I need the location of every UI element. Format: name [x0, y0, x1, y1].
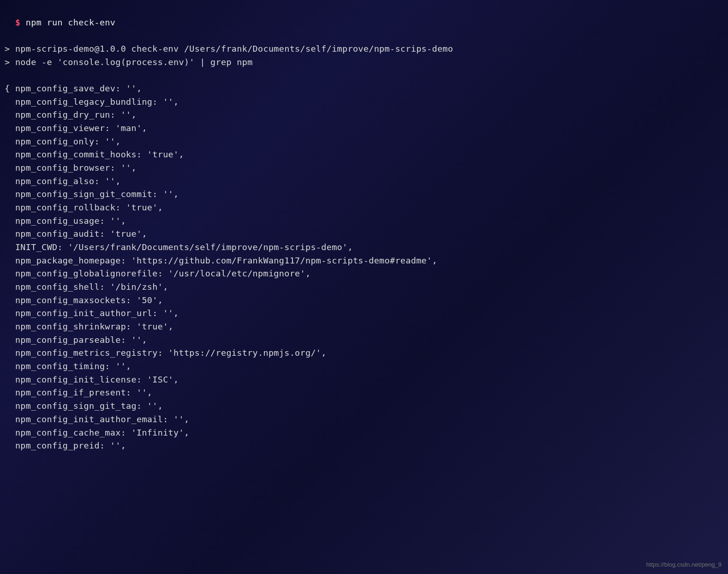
script-header-line-0: > npm-scrips-demo@1.0.0 check-env /Users…	[5, 42, 723, 56]
env-line: npm_config_metrics_registry: 'https://re…	[5, 347, 723, 360]
env-line: npm_config_init_author_url: '',	[5, 307, 723, 320]
env-line: npm_config_parseable: '',	[5, 334, 723, 347]
watermark-text: https://blog.csdn.net/peng_9	[646, 560, 722, 569]
env-line: npm_config_if_present: '',	[5, 386, 723, 400]
env-line: npm_config_legacy_bundling: '',	[5, 96, 723, 109]
env-line: INIT_CWD: '/Users/frank/Documents/self/i…	[5, 241, 723, 254]
env-line: npm_config_cache_max: 'Infinity',	[5, 426, 723, 440]
env-line: npm_config_also: '',	[5, 175, 723, 188]
env-line: npm_config_viewer: 'man',	[5, 122, 723, 135]
env-line: npm_config_globalignorefile: '/usr/local…	[5, 267, 723, 281]
env-line: npm_package_homepage: 'https://github.co…	[5, 254, 723, 268]
env-line: npm_config_shell: '/bin/zsh',	[5, 281, 723, 294]
blank-line	[5, 69, 723, 82]
env-line: npm_config_sign_git_tag: '',	[5, 400, 723, 413]
env-line: npm_config_commit_hooks: 'true',	[5, 148, 723, 161]
env-line: npm_config_only: '',	[5, 135, 723, 149]
env-line: npm_config_browser: '',	[5, 161, 723, 175]
env-line: npm_config_dry_run: '',	[5, 108, 723, 122]
blank-line	[5, 29, 723, 42]
env-line: npm_config_shrinkwrap: 'true',	[5, 320, 723, 334]
env-line: npm_config_usage: '',	[5, 215, 723, 228]
env-line: npm_config_rollback: 'true',	[5, 201, 723, 215]
env-line: { npm_config_save_dev: '',	[5, 82, 723, 96]
env-line: npm_config_preid: '',	[5, 439, 723, 453]
script-header-line-1: > node -e 'console.log(process.env)' | g…	[5, 56, 723, 69]
env-line: npm_config_init_license: 'ISC',	[5, 373, 723, 387]
command-text: npm run check-env	[26, 18, 115, 27]
env-line: npm_config_init_author_email: '',	[5, 413, 723, 426]
env-line: npm_config_audit: 'true',	[5, 227, 723, 241]
command-prompt-line[interactable]: $ npm run check-env	[5, 3, 723, 29]
env-line: npm_config_maxsockets: '50',	[5, 294, 723, 307]
env-line: npm_config_sign_git_commit: '',	[5, 188, 723, 201]
env-line: npm_config_timing: '',	[5, 360, 723, 373]
prompt-symbol: $	[15, 18, 20, 27]
